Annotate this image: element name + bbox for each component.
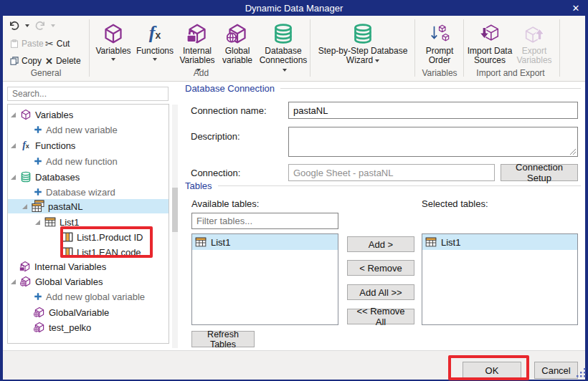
undo-button[interactable] (9, 19, 29, 33)
cut-button[interactable]: ✂ Cut (45, 37, 70, 51)
textarea-resize-grip[interactable] (569, 148, 577, 155)
global-variable-cube-globe-icon (227, 23, 248, 44)
functions-fx-icon: fx (20, 140, 32, 151)
dynamic-data-manager-dialog: Dynamic Data Manager ✕ Paste ✂ Cut (0, 0, 588, 381)
description-label: Description: (191, 131, 240, 142)
tree-item-add-new-function[interactable]: Add new function (8, 154, 169, 168)
add-table-button[interactable]: Add > (347, 236, 414, 252)
copy-icon (10, 57, 19, 65)
add-plus-icon (34, 188, 42, 196)
tree-expanded-icon[interactable] (9, 142, 16, 149)
window-resize-grip[interactable] (577, 368, 587, 378)
global-variable-cube-globe-icon (34, 307, 45, 318)
ribbon-separator (89, 19, 90, 77)
tree-item-add-new-global-variable[interactable]: Add new global variable (8, 289, 169, 304)
tree-item-list1-ean-code[interactable]: List1.EAN code (8, 245, 169, 259)
tree-expanded-icon[interactable] (9, 173, 16, 180)
ribbon-separator (414, 19, 415, 77)
ok-button[interactable]: OK (463, 362, 521, 379)
step-by-step-database-wizard-button[interactable]: Step-by-Step Database Wizard (313, 18, 413, 78)
add-plus-icon (34, 292, 42, 301)
connection-name-input[interactable] (288, 102, 578, 119)
database-connections-icon (272, 23, 294, 44)
add-plus-icon (34, 157, 42, 165)
prompt-order-icon (429, 23, 450, 44)
ribbon-separator (559, 19, 560, 77)
table-icon (44, 216, 56, 228)
selected-tables-listbox[interactable]: List1 (422, 233, 578, 325)
tree-item-internal-variables[interactable]: Internal Variables (8, 259, 169, 274)
functions-fx-icon: fx (149, 24, 161, 44)
databases-icon (20, 171, 32, 183)
ribbon: Paste ✂ Cut Copy ✕ Delete General Variab… (3, 16, 585, 82)
global-variable-cube-globe-icon (34, 322, 45, 333)
scrollbar-thumb[interactable] (172, 188, 178, 232)
variables-caret-icon (111, 58, 115, 61)
ribbon-separator (310, 19, 310, 77)
close-icon[interactable]: ✕ (565, 0, 587, 16)
cut-icon: ✂ (45, 38, 54, 49)
available-tables-label: Available tables: (191, 198, 259, 209)
undo-caret-icon (25, 24, 29, 27)
tree-item-database-wizard[interactable]: Database wizard (8, 185, 169, 199)
section-title: Tables (185, 180, 212, 191)
cancel-button[interactable]: Cancel (534, 362, 578, 379)
section-rule (280, 88, 581, 89)
tree-item-test-pelko[interactable]: test_pelko (8, 320, 169, 334)
delete-icon: ✕ (45, 56, 53, 67)
copy-button[interactable]: Copy (10, 54, 42, 68)
group-label-general: General (6, 68, 86, 78)
tree-item-globalvariable[interactable]: GlobalVariable (8, 305, 169, 319)
paste-button[interactable]: Paste (10, 37, 44, 51)
group-label-variables: Variables (417, 68, 462, 78)
refresh-tables-button[interactable]: Refresh Tables (191, 331, 255, 347)
redo-button[interactable] (34, 19, 55, 33)
variables-cube-icon (103, 23, 124, 44)
section-title: Database Connection (185, 83, 275, 94)
undo-icon (9, 20, 20, 32)
tree-item-databases[interactable]: Databases (8, 170, 169, 184)
tree-item-list1-product-id[interactable]: List1.Product ID (8, 230, 169, 244)
redo-caret-icon (51, 24, 55, 27)
group-label-import-export: Import and Export (463, 68, 558, 78)
remove-all-tables-button[interactable]: << Remove All (347, 309, 414, 324)
selected-table-list-item[interactable]: List1 (422, 234, 577, 250)
tree-item-list1[interactable]: List1 (8, 215, 169, 229)
connection-setup-button[interactable]: Connection Setup (501, 164, 578, 181)
global-variables-cube-globe-icon (20, 276, 32, 287)
available-table-list-item[interactable]: List1 (192, 234, 338, 250)
add-all-tables-button[interactable]: Add All >> (347, 284, 414, 300)
window-title: Dynamic Data Manager (245, 3, 343, 14)
tree-item-add-new-variable[interactable]: Add new variable (8, 122, 169, 137)
group-label-add: Add (93, 68, 309, 78)
tree-item-global-variables[interactable]: Global Variables (8, 274, 169, 289)
description-textarea[interactable] (288, 127, 578, 157)
section-rule (218, 185, 581, 186)
tree-item-functions[interactable]: fx Functions (8, 138, 169, 153)
tree-item-variables[interactable]: Variables (8, 107, 169, 122)
section-database-connection: Database Connection (185, 83, 581, 94)
table-field-icon (62, 231, 73, 243)
connection-value-input[interactable] (288, 164, 495, 181)
table-field-icon (62, 246, 73, 258)
available-tables-listbox[interactable]: List1 (191, 233, 338, 325)
database-tables-icon (32, 200, 44, 213)
functions-caret-icon (153, 58, 157, 61)
connection-name-label: Connection name: (191, 105, 267, 116)
tree-expanded-icon[interactable] (34, 218, 41, 226)
paste-icon (10, 39, 19, 48)
add-plus-icon (34, 125, 42, 134)
redo-icon (34, 20, 46, 32)
window-border-right (585, 16, 588, 381)
delete-button[interactable]: ✕ Delete (45, 54, 81, 68)
search-input[interactable] (7, 87, 169, 101)
remove-table-button[interactable]: < Remove (347, 260, 414, 276)
import-data-sources-icon (478, 22, 501, 45)
tree-expanded-icon[interactable] (9, 278, 16, 285)
tree-item-pastanl[interactable]: pastaNL (8, 199, 169, 213)
filter-tables-input[interactable] (191, 213, 338, 229)
section-tables: Tables (185, 180, 581, 191)
tree-expanded-icon[interactable] (9, 111, 16, 118)
title-bar: Dynamic Data Manager (0, 0, 588, 16)
tree-expanded-icon[interactable] (21, 203, 28, 210)
